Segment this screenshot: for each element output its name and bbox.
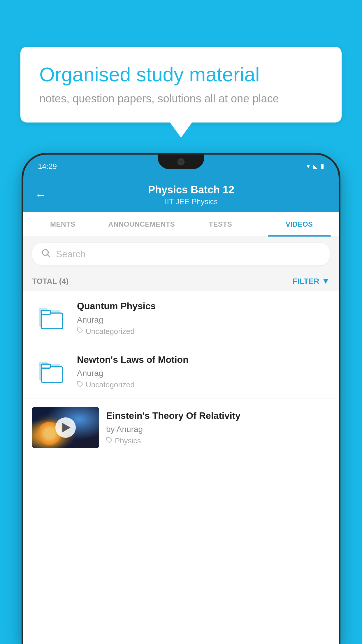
- svg-rect-10: [41, 364, 50, 368]
- status-time: 14:29: [38, 162, 57, 171]
- video-thumbnail-image: [32, 407, 99, 448]
- tabs-bar: MENTS ANNOUNCEMENTS TESTS VIDEOS: [23, 212, 339, 237]
- speech-bubble-container: Organised study material notes, question…: [20, 47, 342, 123]
- filter-icon: ▼: [322, 276, 330, 286]
- app-content: ← Physics Batch 12 IIT JEE Physics MENTS…: [23, 178, 339, 644]
- video-info: Einstein's Theory Of Relativity by Anura…: [106, 410, 330, 446]
- video-tag: Physics: [106, 436, 330, 445]
- search-container: Search: [23, 237, 339, 271]
- speech-bubble: Organised study material notes, question…: [20, 47, 342, 123]
- tag-icon: [77, 327, 83, 335]
- list-item[interactable]: Einstein's Theory Of Relativity by Anura…: [23, 398, 339, 457]
- status-bar: 14:29 ▾ ◣ ▮: [23, 155, 339, 178]
- play-triangle-icon: [62, 423, 71, 432]
- video-title: Quantum Physics: [77, 300, 330, 312]
- app-header: ← Physics Batch 12 IIT JEE Physics: [23, 178, 339, 212]
- svg-rect-5: [41, 311, 50, 315]
- video-thumbnail: [32, 356, 70, 388]
- header-title: Physics Batch 12: [55, 184, 327, 196]
- search-box[interactable]: Search: [32, 243, 330, 265]
- play-button[interactable]: [55, 417, 76, 438]
- back-button[interactable]: ←: [35, 188, 47, 202]
- video-author: by Anurag: [106, 425, 330, 434]
- video-author: Anurag: [77, 315, 330, 325]
- video-author: Anurag: [77, 369, 330, 378]
- tag-icon: [106, 437, 113, 445]
- search-placeholder: Search: [56, 249, 85, 260]
- svg-rect-9: [41, 367, 63, 382]
- list-item[interactable]: Newton's Laws of Motion Anurag Uncategor…: [23, 345, 339, 399]
- phone-frame: 14:29 ▾ ◣ ▮ ← Physics Batch 12 IIT JEE P…: [23, 155, 339, 644]
- header-subtitle: IIT JEE Physics: [55, 197, 327, 206]
- notch-cutout: [158, 155, 204, 169]
- video-title: Newton's Laws of Motion: [77, 354, 330, 366]
- status-icons: ▾ ◣ ▮: [307, 162, 324, 170]
- total-bar: TOTAL (4) FILTER ▼: [23, 271, 339, 291]
- wifi-icon: ▾: [307, 162, 310, 170]
- battery-icon: ▮: [321, 162, 324, 170]
- tag-icon: [77, 381, 83, 389]
- bubble-subtitle: notes, question papers, solutions all at…: [39, 92, 323, 105]
- video-tag: Uncategorized: [77, 380, 330, 389]
- list-item[interactable]: Quantum Physics Anurag Uncategorized: [23, 291, 339, 345]
- tab-announcements[interactable]: ANNOUNCEMENTS: [102, 212, 181, 237]
- search-icon: [41, 248, 51, 260]
- video-list: Quantum Physics Anurag Uncategorized: [23, 291, 339, 644]
- video-info: Quantum Physics Anurag Uncategorized: [77, 300, 330, 336]
- filter-button[interactable]: FILTER ▼: [293, 276, 330, 286]
- total-count: TOTAL (4): [32, 277, 68, 286]
- tab-videos[interactable]: VIDEOS: [260, 212, 339, 237]
- video-title: Einstein's Theory Of Relativity: [106, 410, 330, 422]
- camera-dot: [178, 158, 184, 165]
- bubble-title: Organised study material: [39, 63, 323, 87]
- svg-rect-4: [41, 313, 63, 329]
- tab-ments[interactable]: MENTS: [23, 212, 102, 237]
- svg-line-1: [48, 255, 50, 257]
- video-tag: Uncategorized: [77, 327, 330, 336]
- phone-container: 14:29 ▾ ◣ ▮ ← Physics Batch 12 IIT JEE P…: [23, 155, 339, 644]
- header-title-section: Physics Batch 12 IIT JEE Physics: [55, 184, 327, 206]
- video-thumbnail: [32, 302, 70, 334]
- tab-tests[interactable]: TESTS: [181, 212, 260, 237]
- svg-point-0: [43, 250, 48, 256]
- video-info: Newton's Laws of Motion Anurag Uncategor…: [77, 354, 330, 390]
- signal-icon: ◣: [313, 162, 318, 170]
